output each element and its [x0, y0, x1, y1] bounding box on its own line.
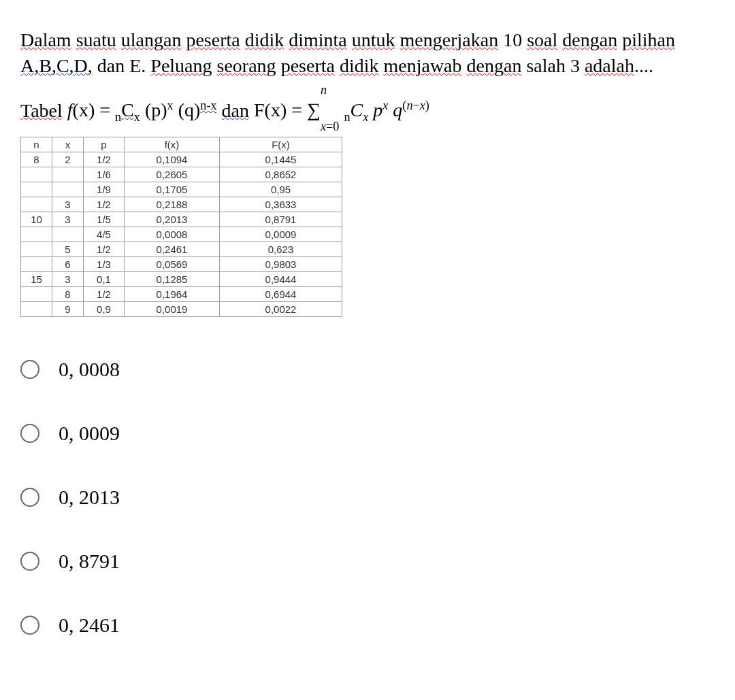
cell: 8: [21, 152, 52, 167]
cell: [21, 257, 52, 272]
option-b[interactable]: 0, 0009: [20, 422, 715, 445]
radio-icon[interactable]: [20, 616, 39, 635]
cell: 0,9803: [220, 257, 342, 272]
cell: [21, 227, 52, 242]
word: salah 3: [526, 55, 580, 76]
word: untuk: [352, 29, 395, 50]
option-c[interactable]: 0, 2013: [20, 486, 715, 509]
option-label: 0, 8791: [59, 550, 120, 573]
cell: 0,0022: [220, 302, 342, 317]
cell: 0,3633: [220, 197, 342, 212]
cell: 6: [52, 257, 84, 272]
table-row: 6 1/3 0,0569 0,9803: [21, 257, 342, 272]
cell: 15: [21, 272, 52, 287]
word: Peluang: [150, 55, 212, 76]
option-label: 0, 2013: [59, 486, 120, 509]
word: 10: [503, 29, 522, 50]
cell: 1/6: [84, 167, 125, 182]
cell: 0,1964: [125, 287, 220, 302]
cell: [52, 167, 84, 182]
cell: 3: [52, 272, 84, 287]
cell: 0,9: [84, 302, 125, 317]
option-label: 0, 2461: [59, 614, 120, 637]
word: suatu: [76, 29, 116, 50]
cell: 0,0569: [125, 257, 220, 272]
word: peserta: [281, 55, 335, 76]
cell: 1/5: [84, 212, 125, 227]
table-row: 4/5 0,0008 0,0009: [21, 227, 342, 242]
formula-mid: dan: [222, 99, 249, 120]
word: ....: [634, 55, 653, 76]
cell: 0,9444: [220, 272, 342, 287]
col-x-header: x: [52, 137, 84, 152]
table-row: 9 0,9 0,0019 0,0022: [21, 302, 342, 317]
cell: 3: [52, 197, 84, 212]
cell: 1/9: [84, 182, 125, 197]
cell: 2: [52, 152, 84, 167]
option-e[interactable]: 0, 2461: [20, 614, 715, 637]
option-a[interactable]: 0, 0008: [20, 358, 715, 381]
word: soal: [527, 29, 557, 50]
question-text: Dalam suatu ulangan peserta didik dimint…: [20, 27, 715, 79]
table-body: 8 2 1/2 0,1094 0,1445 1/6 0,2605 0,8652 …: [21, 152, 342, 317]
cell: 9: [52, 302, 84, 317]
cell: [21, 182, 52, 197]
word: dengan: [562, 29, 617, 50]
col-n-header: n: [21, 137, 52, 152]
table-row: 1/6 0,2605 0,8652: [21, 167, 342, 182]
cell: 1/2: [84, 152, 125, 167]
formula-line: Tabel f(x) = nCx (p)x (q)n-x dan F(x) = …: [20, 82, 715, 133]
data-table: n x p f(x) F(x) 8 2 1/2 0,1094 0,1445 1/…: [20, 137, 342, 317]
cell: 8: [52, 287, 84, 302]
cell: [52, 182, 84, 197]
word: didik: [245, 29, 284, 50]
cell: 0,1705: [125, 182, 220, 197]
table-row: 1/9 0,1705 0,95: [21, 182, 342, 197]
cell: 0,0019: [125, 302, 220, 317]
col-p-header: p: [84, 137, 125, 152]
word: seorang: [217, 55, 276, 76]
cell: 0,1285: [125, 272, 220, 287]
formula-lead: Tabel: [20, 99, 63, 120]
word: adalah: [585, 55, 634, 76]
cell: [21, 197, 52, 212]
cell: 3: [52, 212, 84, 227]
word: A,B,C,D,: [20, 55, 93, 76]
cell: 4/5: [84, 227, 125, 242]
formula-Fx: F(x) = ∑nx=0 nCx px q(n−x): [254, 99, 429, 120]
cell: 0,6944: [220, 287, 342, 302]
word: Dalam: [20, 29, 71, 50]
cell: [21, 167, 52, 182]
cell: [21, 242, 52, 257]
table-row: 8 1/2 0,1964 0,6944: [21, 287, 342, 302]
word: ulangan: [121, 29, 182, 50]
answer-options: 0, 0008 0, 0009 0, 2013 0, 8791 0, 2461: [20, 358, 715, 637]
table-header-row: n x p f(x) F(x): [21, 137, 342, 152]
radio-icon[interactable]: [20, 424, 39, 443]
cell: 0,8791: [220, 212, 342, 227]
cell: 0,8652: [220, 167, 342, 182]
cell: 0,2461: [125, 242, 220, 257]
option-label: 0, 0008: [59, 358, 120, 381]
cell: 10: [21, 212, 52, 227]
cell: 0,1094: [125, 152, 220, 167]
radio-icon[interactable]: [20, 552, 39, 571]
word: pilihan: [622, 29, 675, 50]
table-row: 3 1/2 0,2188 0,3633: [21, 197, 342, 212]
cell: 1/3: [84, 257, 125, 272]
table-row: 15 3 0,1 0,1285 0,9444: [21, 272, 342, 287]
table-row: 5 1/2 0,2461 0,623: [21, 242, 342, 257]
cell: [21, 302, 52, 317]
col-Fx-header: F(x): [220, 137, 342, 152]
radio-icon[interactable]: [20, 488, 39, 507]
option-d[interactable]: 0, 8791: [20, 550, 715, 573]
word: peserta: [186, 29, 240, 50]
cell: 0,2188: [125, 197, 220, 212]
radio-icon[interactable]: [20, 360, 39, 379]
word: dengan: [467, 55, 522, 76]
option-label: 0, 0009: [59, 422, 120, 445]
cell: 0,1: [84, 272, 125, 287]
word: mengerjakan: [400, 29, 499, 50]
cell: 0,95: [220, 182, 342, 197]
cell: 0,623: [220, 242, 342, 257]
